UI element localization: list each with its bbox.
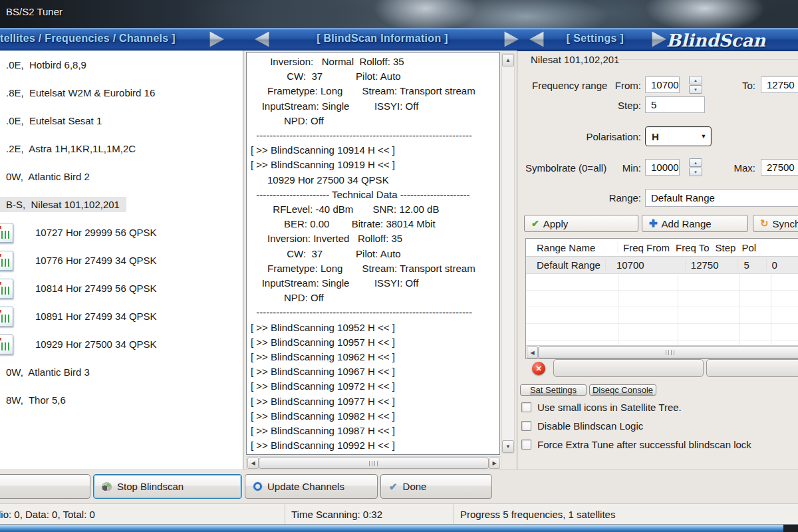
tree-item[interactable]: B-S, Nilesat 101,102,201 bbox=[0, 190, 243, 218]
stop-blindscan-button[interactable]: Stop Blindscan bbox=[93, 474, 242, 499]
settings-group-title: Nilesat 101,102,201 bbox=[531, 54, 619, 65]
tree-item[interactable]: 10891 Hor 27499 34 QPSK bbox=[0, 302, 243, 330]
tree-item[interactable]: 10814 Hor 27499 56 QPSK bbox=[0, 274, 243, 302]
error-status-icon[interactable]: ✕ bbox=[532, 362, 545, 375]
checkbox-icon[interactable] bbox=[521, 402, 531, 412]
tree-item-label: 10776 Hor 27499 34 QPSK bbox=[35, 255, 157, 266]
freq-to-input[interactable] bbox=[761, 76, 798, 93]
update-channels-button[interactable]: Update Channels bbox=[245, 474, 378, 499]
tree-item[interactable]: 8W, Thor 5,6 bbox=[0, 386, 243, 414]
column-header[interactable]: Freq From bbox=[618, 242, 670, 253]
collapse-right-arrow-icon[interactable] bbox=[208, 31, 225, 47]
tree-item[interactable]: 0W, Atlantic Bird 3 bbox=[0, 358, 243, 386]
tree-item[interactable]: 10776 Hor 27499 34 QPSK bbox=[0, 246, 243, 274]
tree-item-label: .0E, Eutelsat Sesat 1 bbox=[6, 115, 102, 126]
range-table-header: Range NameFreq FromFreq ToStepPol bbox=[526, 239, 798, 257]
tree-item[interactable]: .2E, Astra 1H,1KR,1L,1M,2C bbox=[0, 134, 243, 162]
tree-item-label: 0W, Atlantic Bird 3 bbox=[6, 366, 90, 378]
tree-item[interactable]: 10727 Hor 29999 56 QPSK bbox=[0, 218, 243, 246]
scrollbar-thumb[interactable] bbox=[259, 458, 489, 469]
spin-up-icon[interactable]: ▲ bbox=[689, 158, 702, 167]
tree-item[interactable]: 10929 Hor 27500 34 QPSK bbox=[0, 330, 243, 358]
scrollbar-thumb[interactable] bbox=[538, 346, 798, 358]
scroll-left-icon[interactable]: ◀ bbox=[247, 458, 259, 469]
apply-button[interactable]: ✔ Apply bbox=[524, 215, 638, 232]
satellite-dish-icon bbox=[102, 482, 112, 491]
cell-freq-to: 12750 bbox=[686, 259, 739, 271]
chevron-down-icon[interactable]: ▼ bbox=[696, 127, 711, 146]
scroll-left-icon[interactable]: ◀ bbox=[527, 346, 538, 358]
channel-counts: dio: 0, Data: 0, Total: 0 bbox=[0, 509, 95, 520]
tree-item[interactable]: .0E, Hotbird 6,8,9 bbox=[0, 51, 243, 78]
collapse-right-arrow-icon[interactable] bbox=[650, 31, 668, 47]
polarisation-select[interactable]: H ▼ bbox=[645, 126, 712, 146]
max-label: Max: bbox=[720, 162, 755, 174]
synchronize-button[interactable]: ↻ Synchro bbox=[753, 215, 798, 232]
plus-icon: ✚ bbox=[649, 217, 658, 229]
tree-item[interactable]: .8E, Eutelsat W2M & Eurobird 16 bbox=[0, 78, 243, 106]
symbolrate-min-spinner[interactable]: ▲ ▼ bbox=[689, 158, 702, 176]
checkbox-row[interactable]: Disable Blindscan Logic bbox=[520, 416, 798, 435]
collapse-right-arrow-icon[interactable] bbox=[503, 31, 520, 47]
scan-log-line: InputStream: Single ISSYI: Off bbox=[251, 276, 499, 291]
range-table-body: Default Range 10700 12750 5 0 bbox=[526, 257, 798, 274]
scan-log-line: Inversion: Normal Rolloff: 35 bbox=[251, 55, 499, 69]
scan-log-line: NPD: Off bbox=[251, 114, 499, 128]
panel-title-settings: [ Settings ] bbox=[555, 33, 635, 45]
step-input[interactable] bbox=[645, 96, 705, 113]
scan-log-line: Frametype: Long Stream: Transport stream bbox=[251, 84, 499, 98]
tree-item[interactable]: 0W, Atlantic Bird 2 bbox=[0, 162, 243, 190]
taskbar-strip bbox=[0, 524, 798, 532]
collapse-left-arrow-icon[interactable] bbox=[253, 31, 271, 47]
freq-from-input[interactable] bbox=[645, 76, 680, 93]
done-button[interactable]: ✔ Done bbox=[380, 474, 492, 499]
table-horizontal-scrollbar[interactable]: ◀ bbox=[526, 345, 798, 359]
partial-button[interactable] bbox=[0, 474, 90, 499]
checkbox-row[interactable]: Use small icons in Satellite Tree. bbox=[520, 398, 798, 416]
scan-log-line: RFLevel: -40 dBm SNR: 12.00 dB bbox=[251, 202, 499, 217]
log-horizontal-scrollbar[interactable]: ◀ ▶ bbox=[246, 456, 501, 470]
scroll-right-icon[interactable]: ▶ bbox=[489, 458, 500, 469]
tree-item-label: 10727 Hor 29999 56 QPSK bbox=[35, 227, 157, 238]
cell-range-name: Default Range bbox=[526, 259, 606, 271]
symbolrate-min-input[interactable] bbox=[645, 159, 680, 176]
transponder-icon bbox=[0, 334, 13, 354]
scroll-down-icon[interactable]: ▼ bbox=[502, 440, 514, 453]
column-header[interactable]: Pol bbox=[736, 242, 757, 253]
to-label: To: bbox=[737, 80, 755, 91]
spin-up-icon[interactable]: ▲ bbox=[689, 76, 702, 84]
tab-diseqc-console[interactable]: Diseqc Console bbox=[589, 384, 656, 396]
collapse-left-arrow-icon[interactable] bbox=[528, 31, 545, 47]
panel-title-satellites: tellites / Frequencies / Channels ] bbox=[0, 33, 176, 45]
table-row[interactable]: Default Range 10700 12750 5 0 bbox=[526, 257, 798, 274]
frequency-range-label: Frequency range bbox=[532, 80, 607, 91]
tree-item-label: 10891 Hor 27499 34 QPSK bbox=[35, 311, 157, 322]
checkbox-icon[interactable] bbox=[521, 421, 531, 431]
scan-log-line: BER: 0.00 Bitrate: 38014 Mbit bbox=[251, 217, 499, 231]
scan-log-line: ----------------------------------------… bbox=[251, 305, 499, 320]
checkbox-row[interactable]: Force Extra Tune after successful blinds… bbox=[520, 435, 798, 454]
add-range-button[interactable]: ✚ Add Range bbox=[642, 215, 748, 232]
window-titlebar[interactable]: BS/S2 Tuner bbox=[0, 0, 798, 28]
table-empty-rows bbox=[526, 274, 798, 345]
min-label: Min: bbox=[610, 162, 641, 174]
tree-item-label: 8W, Thor 5,6 bbox=[6, 394, 66, 406]
spin-down-icon[interactable]: ▼ bbox=[689, 85, 702, 94]
column-header[interactable]: Range Name bbox=[526, 242, 618, 253]
symbolrate-max-input[interactable] bbox=[761, 159, 798, 176]
cell-step: 5 bbox=[738, 259, 766, 271]
checkbox-icon[interactable] bbox=[521, 440, 531, 450]
satellite-tree: .0E, Hotbird 6,8,9 .8E, Eutelsat W2M & E… bbox=[0, 51, 243, 469]
column-header[interactable]: Freq To bbox=[670, 242, 710, 253]
scroll-up-icon[interactable]: ▲ bbox=[502, 54, 514, 66]
tab-sat-settings[interactable]: Sat Settings bbox=[520, 384, 587, 396]
tree-item-label: .0E, Hotbird 6,8,9 bbox=[6, 59, 86, 70]
column-header[interactable]: Step bbox=[710, 242, 737, 253]
freq-from-spinner[interactable]: ▲ ▼ bbox=[689, 76, 702, 94]
spin-down-icon[interactable]: ▼ bbox=[689, 168, 702, 176]
window-title: BS/S2 Tuner bbox=[6, 6, 63, 17]
scan-log-line: ---------------------- Technical Data --… bbox=[251, 188, 499, 202]
tree-item[interactable]: .0E, Eutelsat Sesat 1 bbox=[0, 106, 243, 134]
range-name-input[interactable] bbox=[645, 189, 798, 207]
log-vertical-scrollbar[interactable]: ▲ ▼ bbox=[501, 53, 515, 454]
